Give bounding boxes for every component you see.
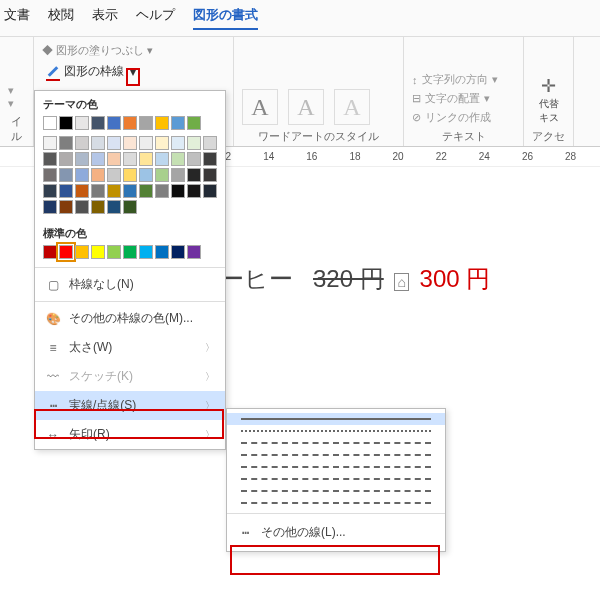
color-swatch[interactable] xyxy=(43,152,57,166)
color-swatch[interactable] xyxy=(171,184,185,198)
color-swatch[interactable] xyxy=(43,200,57,214)
color-swatch[interactable] xyxy=(91,184,105,198)
color-swatch[interactable] xyxy=(91,136,105,150)
alt-text-icon[interactable]: ✛ xyxy=(532,75,565,97)
color-swatch[interactable] xyxy=(91,200,105,214)
chevron-down-icon[interactable]: ▾ xyxy=(130,65,136,79)
color-swatch[interactable] xyxy=(91,152,105,166)
color-swatch[interactable] xyxy=(107,136,121,150)
dashes-item[interactable]: ┅ 実線/点線(S)〉 xyxy=(35,391,225,420)
color-swatch[interactable] xyxy=(203,136,217,150)
color-swatch[interactable] xyxy=(75,200,89,214)
color-swatch[interactable] xyxy=(123,152,137,166)
color-swatch[interactable] xyxy=(43,116,57,130)
dash-option[interactable] xyxy=(227,473,445,485)
text-align-button[interactable]: ⊟ 文字の配置 ▾ xyxy=(412,91,515,106)
shape-fill-button[interactable]: ◆ 図形の塗りつぶし ▾ xyxy=(42,41,225,60)
color-swatch[interactable] xyxy=(75,116,89,130)
color-swatch[interactable] xyxy=(139,168,153,182)
text-direction-button[interactable]: ↕ 文字列の方向 ▾ xyxy=(412,72,515,87)
color-swatch[interactable] xyxy=(123,184,137,198)
color-swatch[interactable] xyxy=(139,136,153,150)
wordart-gallery[interactable]: A A A xyxy=(242,79,395,125)
color-swatch[interactable] xyxy=(139,152,153,166)
wordart-style[interactable]: A xyxy=(242,89,278,125)
dash-option[interactable] xyxy=(227,437,445,449)
shape-outline-button[interactable]: 図形の枠線 ▾ xyxy=(42,60,225,83)
color-swatch[interactable] xyxy=(139,184,153,198)
color-swatch[interactable] xyxy=(75,136,89,150)
wordart-style[interactable]: A xyxy=(334,89,370,125)
color-swatch[interactable] xyxy=(107,152,121,166)
more-lines-item[interactable]: ┅その他の線(L)... xyxy=(227,518,445,547)
color-swatch[interactable] xyxy=(139,245,153,259)
color-swatch[interactable] xyxy=(43,136,57,150)
color-swatch[interactable] xyxy=(203,152,217,166)
color-swatch[interactable] xyxy=(155,168,169,182)
color-swatch[interactable] xyxy=(171,245,185,259)
color-swatch[interactable] xyxy=(139,116,153,130)
dash-option[interactable] xyxy=(227,461,445,473)
color-swatch[interactable] xyxy=(155,184,169,198)
color-swatch[interactable] xyxy=(123,168,137,182)
dash-option[interactable] xyxy=(227,449,445,461)
color-swatch[interactable] xyxy=(75,152,89,166)
dash-option[interactable] xyxy=(227,497,445,509)
color-swatch[interactable] xyxy=(155,245,169,259)
color-swatch[interactable] xyxy=(203,168,217,182)
create-link-button[interactable]: ⊘ リンクの作成 xyxy=(412,110,515,125)
menu-item[interactable]: 校閲 xyxy=(48,6,74,30)
menu-item[interactable]: 表示 xyxy=(92,6,118,30)
color-swatch[interactable] xyxy=(155,116,169,130)
dash-option[interactable] xyxy=(227,485,445,497)
color-swatch[interactable] xyxy=(187,116,201,130)
color-swatch[interactable] xyxy=(187,184,201,198)
color-swatch[interactable] xyxy=(107,168,121,182)
color-swatch[interactable] xyxy=(171,152,185,166)
color-swatch[interactable] xyxy=(59,168,73,182)
color-swatch[interactable] xyxy=(203,184,217,198)
arrows-item[interactable]: ↔ 矢印(R)〉 xyxy=(35,420,225,449)
color-swatch[interactable] xyxy=(155,136,169,150)
menu-item-shape-format[interactable]: 図形の書式 xyxy=(193,6,258,30)
color-swatch[interactable] xyxy=(107,245,121,259)
color-swatch[interactable] xyxy=(107,200,121,214)
weight-item[interactable]: ≡ 太さ(W)〉 xyxy=(35,333,225,362)
wordart-style[interactable]: A xyxy=(288,89,324,125)
color-swatch[interactable] xyxy=(43,168,57,182)
more-outline-colors-item[interactable]: 🎨 その他の枠線の色(M)... xyxy=(35,304,225,333)
color-swatch[interactable] xyxy=(187,245,201,259)
color-swatch[interactable] xyxy=(187,168,201,182)
color-swatch[interactable] xyxy=(123,116,137,130)
color-swatch[interactable] xyxy=(107,116,121,130)
color-swatch[interactable] xyxy=(123,245,137,259)
color-swatch[interactable] xyxy=(59,184,73,198)
color-swatch[interactable] xyxy=(155,152,169,166)
no-outline-item[interactable]: ▢ 枠線なし(N) xyxy=(35,270,225,299)
color-swatch[interactable] xyxy=(91,116,105,130)
color-swatch[interactable] xyxy=(171,116,185,130)
color-swatch[interactable] xyxy=(59,136,73,150)
color-swatch[interactable] xyxy=(187,152,201,166)
color-swatch[interactable] xyxy=(59,116,73,130)
menu-item[interactable]: 文書 xyxy=(4,6,30,30)
color-swatch[interactable] xyxy=(187,136,201,150)
color-swatch[interactable] xyxy=(75,245,89,259)
color-swatch[interactable] xyxy=(43,245,57,259)
color-swatch[interactable] xyxy=(171,136,185,150)
color-swatch[interactable] xyxy=(91,168,105,182)
color-swatch[interactable] xyxy=(75,168,89,182)
color-swatch[interactable] xyxy=(123,136,137,150)
color-swatch[interactable] xyxy=(43,184,57,198)
color-swatch[interactable] xyxy=(59,245,73,259)
color-swatch[interactable] xyxy=(123,200,137,214)
dash-option[interactable] xyxy=(227,413,445,425)
dash-option[interactable] xyxy=(227,425,445,437)
color-swatch[interactable] xyxy=(59,200,73,214)
color-swatch[interactable] xyxy=(59,152,73,166)
color-swatch[interactable] xyxy=(91,245,105,259)
color-swatch[interactable] xyxy=(107,184,121,198)
color-swatch[interactable] xyxy=(171,168,185,182)
menu-item[interactable]: ヘルプ xyxy=(136,6,175,30)
color-swatch[interactable] xyxy=(75,184,89,198)
